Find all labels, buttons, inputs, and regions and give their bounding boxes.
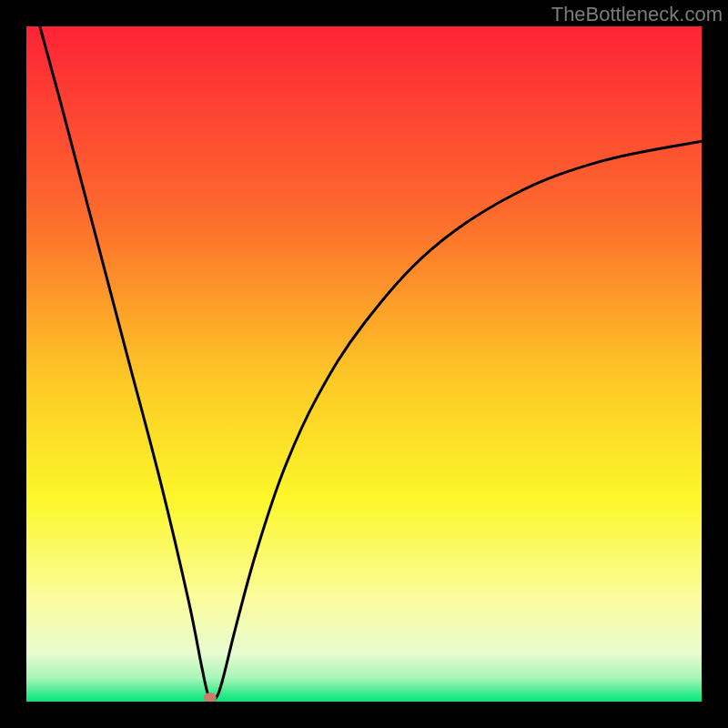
- chart-frame: [26, 26, 702, 702]
- chart-background: [26, 26, 702, 702]
- chart-svg: [26, 26, 702, 702]
- watermark-text: TheBottleneck.com: [551, 3, 723, 26]
